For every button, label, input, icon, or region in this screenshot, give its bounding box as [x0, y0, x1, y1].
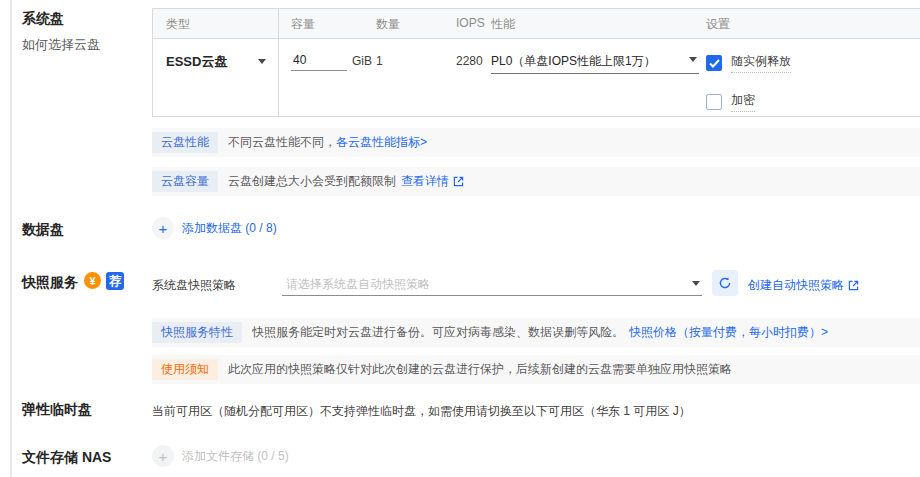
- chevron-down-icon: [258, 59, 266, 64]
- disk-capacity-tag: 云盘容量: [152, 171, 218, 192]
- plus-icon: +: [152, 217, 174, 239]
- iops-value: 2280: [456, 54, 483, 68]
- usage-notice-tag: 使用须知: [152, 359, 218, 380]
- system-disk-table: 类型 容量 数量 IOPS 性能 设置 ESSD云盘 GiB 1 2280 PL…: [152, 8, 920, 117]
- refresh-icon: [718, 276, 732, 290]
- plus-icon: +: [152, 445, 174, 467]
- disk-type-select[interactable]: ESSD云盘: [166, 53, 266, 71]
- disk-performance-text: 不同云盘性能不同，: [228, 134, 336, 151]
- usage-notice-note: 使用须知 此次应用的快照策略仅针对此次创建的云盘进行保护，后续新创建的云盘需要单…: [152, 355, 920, 384]
- release-with-instance-checkbox[interactable]: [706, 55, 722, 71]
- col-performance: 性能: [491, 16, 515, 33]
- performance-value: PL0（单盘IOPS性能上限1万）: [491, 54, 656, 68]
- snapshot-service-title: 快照服务: [22, 274, 78, 290]
- system-disk-label: 系统盘: [22, 10, 64, 28]
- performance-select[interactable]: PL0（单盘IOPS性能上限1万）: [491, 51, 699, 74]
- col-iops: IOPS: [456, 16, 485, 30]
- snapshot-policy-select[interactable]: 请选择系统盘自动快照策略: [282, 270, 702, 296]
- system-disk-table-header: 类型 容量 数量 IOPS 性能 设置: [153, 9, 920, 39]
- how-to-choose-disk-link[interactable]: 如何选择云盘: [22, 36, 100, 54]
- disk-performance-tag: 云盘性能: [152, 132, 218, 153]
- external-link-icon: [848, 280, 859, 291]
- check-icon: [709, 59, 720, 68]
- snapshot-price-link[interactable]: 快照价格（按量付费，每小时扣费）>: [629, 324, 828, 341]
- add-nas-label: 添加文件存储 (0 / 5): [182, 448, 289, 465]
- encryption-label: 加密: [731, 92, 755, 112]
- disk-performance-note: 云盘性能 不同云盘性能不同， 各云盘性能指标>: [152, 128, 920, 157]
- create-snapshot-policy-label: 创建自动快照策略: [748, 277, 844, 294]
- col-capacity: 容量: [291, 16, 315, 33]
- recommended-badge: 荐: [106, 272, 124, 290]
- usage-notice-text: 此次应用的快照策略仅针对此次创建的云盘进行保护，后续新创建的云盘需要单独应用快照…: [228, 361, 732, 378]
- add-data-disk-button[interactable]: + 添加数据盘 (0 / 8): [152, 217, 277, 239]
- snapshot-feature-note: 快照服务特性 快照服务能定时对云盘进行备份。可应对病毒感染、数据误删等风险。 快…: [152, 318, 920, 347]
- chevron-down-icon: [689, 57, 697, 62]
- snapshot-policy-placeholder: 请选择系统盘自动快照策略: [286, 276, 430, 293]
- disk-performance-metrics-link[interactable]: 各云盘性能指标>: [336, 134, 427, 151]
- snapshot-policy-field-label: 系统盘快照策略: [152, 277, 236, 294]
- capacity-unit: GiB: [352, 54, 372, 68]
- col-type: 类型: [166, 16, 190, 33]
- col-quantity: 数量: [376, 16, 400, 33]
- view-details-label: 查看详情: [401, 173, 449, 190]
- snapshot-feature-text: 快照服务能定时对云盘进行备份。可应对病毒感染、数据误删等风险。: [252, 324, 624, 341]
- external-link-icon: [453, 176, 464, 187]
- chevron-down-icon: [692, 281, 700, 286]
- quantity-value: 1: [376, 54, 383, 68]
- view-details-link[interactable]: 查看详情: [401, 173, 464, 190]
- ephemeral-disk-text: 当前可用区（随机分配可用区）不支持弹性临时盘，如需使用请切换至以下可用区（华东 …: [152, 403, 691, 420]
- disk-type-value: ESSD云盘: [166, 54, 227, 69]
- disk-config-panel: 系统盘 如何选择云盘 类型 容量 数量 IOPS 性能 设置 ESSD云盘 Gi…: [0, 0, 920, 477]
- snapshot-feature-tag: 快照服务特性: [152, 322, 242, 343]
- disk-capacity-text: 云盘创建总大小会受到配额限制: [228, 173, 396, 190]
- panel-left-border: [10, 0, 12, 477]
- add-data-disk-label: 添加数据盘 (0 / 8): [182, 220, 277, 237]
- disk-capacity-note: 云盘容量 云盘创建总大小会受到配额限制 查看详情: [152, 167, 920, 196]
- refresh-button[interactable]: [712, 270, 738, 296]
- release-with-instance-label: 随实例释放: [731, 53, 791, 73]
- ephemeral-disk-label: 弹性临时盘: [22, 401, 92, 419]
- nas-label: 文件存储 NAS: [22, 449, 111, 467]
- col-settings: 设置: [706, 16, 730, 33]
- capacity-input[interactable]: [291, 51, 347, 71]
- create-snapshot-policy-link[interactable]: 创建自动快照策略: [748, 277, 859, 294]
- snapshot-service-label: 快照服务¥荐: [22, 272, 124, 292]
- paid-feature-icon: ¥: [84, 272, 101, 289]
- data-disk-label: 数据盘: [22, 221, 64, 239]
- add-nas-button[interactable]: + 添加文件存储 (0 / 5): [152, 445, 289, 467]
- encryption-checkbox[interactable]: [706, 94, 722, 110]
- system-disk-table-row: ESSD云盘 GiB 1 2280 PL0（单盘IOPS性能上限1万） 随实例释…: [153, 39, 920, 116]
